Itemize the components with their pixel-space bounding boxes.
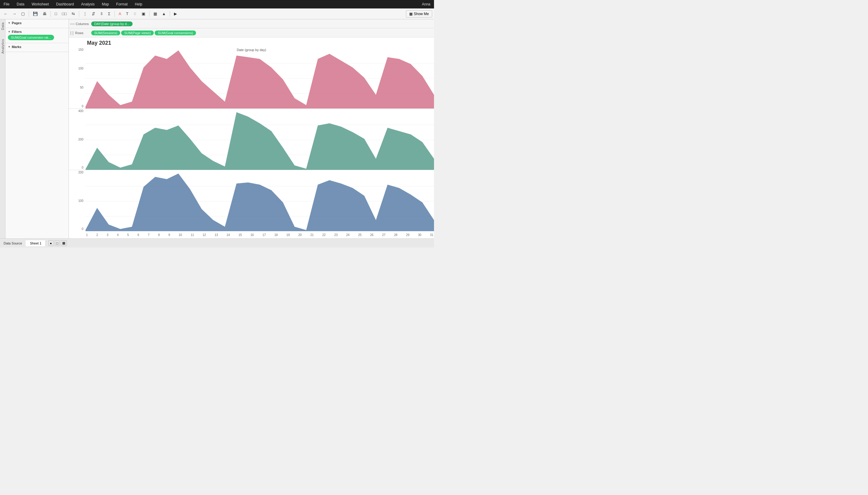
- filters-triangle-icon: ▼: [8, 30, 11, 33]
- sessions-tick-0: 0: [82, 105, 83, 108]
- user-name: Anna: [421, 1, 431, 7]
- x-axis-labels: 1234567891011121314151617181920212223242…: [86, 233, 434, 237]
- x-axis-tick: 3: [107, 233, 108, 237]
- home-button[interactable]: ▢: [19, 10, 26, 18]
- pages-triangle-icon: ▼: [8, 21, 11, 24]
- chart-container: Date (group by day) 150 100 50 0 Session…: [69, 48, 434, 238]
- x-axis-tick: 20: [298, 233, 302, 237]
- conversions-tick-0: 0: [82, 227, 83, 231]
- pageviews-chart-svg: [86, 109, 434, 170]
- menu-analysis[interactable]: Analysis: [80, 1, 96, 7]
- x-axis-tick: 13: [214, 233, 218, 237]
- sort-desc-button[interactable]: ⇳: [98, 10, 105, 18]
- chart-area: May 2021 Date (group by day) 150 100 50 …: [69, 37, 434, 238]
- x-axis-tick: 10: [179, 233, 182, 237]
- bottom-bar: Data Source Sheet 1 ● □ ▦: [0, 238, 434, 248]
- filters-label: Filters: [12, 30, 22, 34]
- view-button[interactable]: ▦: [152, 10, 159, 18]
- sessions-chart-row: 150 100 50 0 Sessions: [69, 48, 434, 109]
- x-axis-tick: 12: [203, 233, 206, 237]
- format-button[interactable]: ▣: [140, 10, 147, 18]
- pages-label: Pages: [12, 21, 21, 25]
- new-dashboard-bottom-button[interactable]: ▦: [61, 240, 67, 246]
- new-datasource-button[interactable]: ●: [48, 240, 53, 246]
- x-axis-tick: 30: [418, 233, 421, 237]
- show-me-button[interactable]: ▦ Show Me: [406, 10, 432, 18]
- menu-worksheet[interactable]: Worksheet: [31, 1, 50, 7]
- x-axis-tick: 29: [406, 233, 409, 237]
- tooltip-button[interactable]: ♢: [131, 10, 139, 18]
- menu-data[interactable]: Data: [15, 1, 25, 7]
- back-button[interactable]: ←: [2, 10, 10, 18]
- color-button[interactable]: A: [117, 10, 123, 18]
- menu-dashboard[interactable]: Dashboard: [55, 1, 75, 7]
- main-layout: Data Analytics ▼ Pages ▼ Filters SUM(Goa…: [0, 19, 434, 238]
- highlight-button[interactable]: ▲: [160, 10, 167, 18]
- data-source-tab[interactable]: Data Source: [0, 240, 26, 246]
- new-sheet-bottom-button[interactable]: □: [55, 240, 60, 246]
- x-axis-tick: 18: [274, 233, 278, 237]
- sidebar-tab-data[interactable]: Data: [1, 22, 4, 30]
- pageviews-y-axis: 400 200 0 Page views: [69, 109, 86, 170]
- rows-pill-sessions[interactable]: SUM(Sessions): [91, 31, 120, 35]
- toolbar: ← → ▢ 💾 🖶 □ □□ ⇆ ⋮ ⇵ ⇳ Σ A T ♢ ▣ ▦ ▲ ▶ ▦…: [0, 8, 434, 19]
- sheet1-label: Sheet 1: [30, 241, 41, 245]
- x-axis-tick: 4: [117, 233, 119, 237]
- marks-triangle-icon: ▼: [8, 45, 11, 48]
- menu-format[interactable]: Format: [115, 1, 129, 7]
- x-axis-tick: 26: [370, 233, 374, 237]
- sidebar-tab-analytics[interactable]: Analytics: [1, 39, 4, 54]
- duplicate-button[interactable]: □□: [60, 10, 69, 18]
- filter-pill-goal[interactable]: SUM(Goal conversion rat...: [8, 35, 54, 40]
- svg-marker-3: [86, 50, 434, 108]
- x-axis-tick: 21: [310, 233, 314, 237]
- x-axis-tick: 5: [127, 233, 129, 237]
- x-axis-tick: 17: [263, 233, 266, 237]
- filters-section: ▼ Filters SUM(Goal conversion rat...: [5, 28, 69, 43]
- chart-title: May 2021: [69, 37, 434, 48]
- rows-pill-conversions[interactable]: SUM(Goal conversions): [155, 31, 196, 35]
- x-axis-tick: 9: [169, 233, 170, 237]
- sessions-tick-150: 150: [78, 48, 83, 51]
- x-axis-tick: 1: [86, 233, 88, 237]
- bottom-icons: ● □ ▦: [48, 240, 67, 246]
- new-sheet-button[interactable]: □: [53, 10, 59, 18]
- x-axis-tick: 16: [250, 233, 254, 237]
- pageviews-tick-400: 400: [78, 109, 83, 113]
- print-button[interactable]: 🖶: [41, 10, 48, 18]
- save-button[interactable]: 💾: [31, 10, 39, 18]
- forward-button[interactable]: →: [11, 10, 18, 18]
- menu-map[interactable]: Map: [101, 1, 110, 7]
- present-button[interactable]: ▶: [172, 10, 179, 18]
- x-axis-tick: 27: [382, 233, 385, 237]
- x-axis-tick: 19: [286, 233, 290, 237]
- x-axis-tick: 15: [238, 233, 242, 237]
- x-axis-tick: 7: [148, 233, 149, 237]
- rows-pill-pageviews[interactable]: SUM(Page views): [121, 31, 154, 35]
- sort-asc-button[interactable]: ⇵: [90, 10, 97, 18]
- menu-file[interactable]: File: [2, 1, 11, 7]
- swap-button[interactable]: ⇆: [70, 10, 77, 18]
- group-button[interactable]: ⋮: [81, 10, 89, 18]
- x-axis-tick: 31: [430, 233, 433, 237]
- marks-label: Marks: [12, 45, 21, 49]
- label-button[interactable]: T: [124, 10, 130, 18]
- aggregate-button[interactable]: Σ: [106, 10, 112, 18]
- menu-help[interactable]: Help: [134, 1, 144, 7]
- x-axis-tick: 24: [346, 233, 350, 237]
- menu-bar: File Data Worksheet Dashboard Analysis M…: [0, 0, 434, 8]
- x-axis-tick: 14: [227, 233, 230, 237]
- pageviews-chart-row: 400 200 0 Page views: [69, 109, 434, 170]
- sessions-y-axis: 150 100 50 0 Sessions: [69, 48, 86, 108]
- sessions-tick-50: 50: [80, 86, 83, 89]
- columns-pill-date[interactable]: DAY(Date (group by d...: [91, 21, 132, 26]
- sheet1-tab[interactable]: Sheet 1: [26, 240, 46, 246]
- sessions-tick-100: 100: [78, 67, 83, 70]
- svg-marker-7: [86, 112, 434, 170]
- sessions-chart-svg: [86, 48, 434, 108]
- pageviews-tick-200: 200: [78, 138, 83, 141]
- x-axis-tick: 23: [334, 233, 338, 237]
- show-me-label: Show Me: [414, 12, 429, 16]
- conversions-tick-200: 200: [78, 171, 83, 174]
- pageviews-tick-0: 0: [82, 166, 83, 169]
